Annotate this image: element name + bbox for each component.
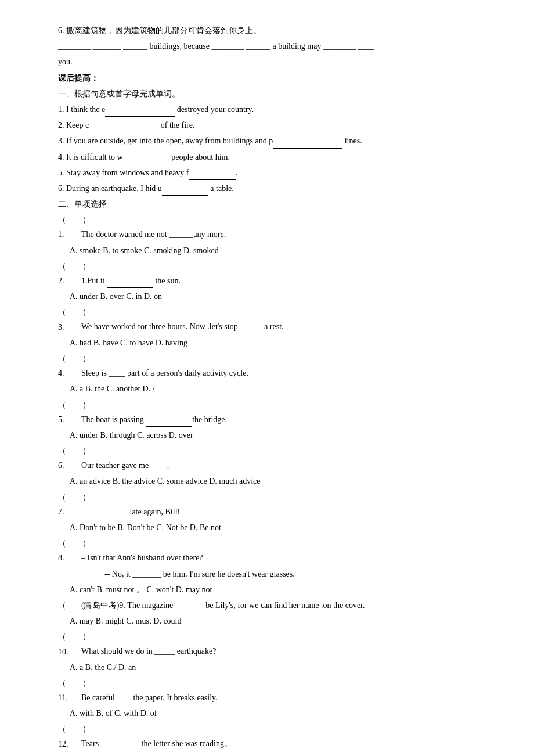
paren-10: （ ）10. bbox=[58, 629, 81, 658]
blank-f bbox=[189, 171, 236, 180]
paren-5: （ ）5. bbox=[58, 398, 81, 427]
choices-4: A. a B. the C. another D. / bbox=[70, 381, 488, 396]
choices-1: A. smoke B. to smoke C. smoking D. smoke… bbox=[70, 243, 488, 258]
choices-12: A. fall on B. fall in C. fell in D. fell… bbox=[70, 753, 488, 756]
question-10: （ ）10.What should we do in _____ earthqu… bbox=[58, 629, 488, 675]
question-1: （ ）1.The doctor warned me not ______any … bbox=[58, 213, 488, 258]
choices-5: A. under B. through C. across D. over bbox=[70, 428, 488, 442]
blank-e bbox=[105, 107, 175, 117]
choices-9: A. may B. might C. must D. could bbox=[70, 614, 488, 628]
part1-q1: 1. I think the e destroyed your country. bbox=[58, 102, 488, 117]
blank-c bbox=[89, 123, 158, 132]
choices-10: A. a B. the C./ D. an bbox=[70, 660, 488, 675]
blank1: ________ bbox=[58, 42, 91, 51]
paren-1: （ ）1. bbox=[58, 213, 81, 242]
blank4: ________ bbox=[211, 42, 244, 51]
paren-9: （ ） bbox=[58, 598, 81, 613]
blank-u bbox=[162, 186, 208, 196]
question-2: （ ）2.1.Put it the sun. A. under B. over … bbox=[58, 259, 488, 304]
blank2: _______ bbox=[93, 42, 121, 51]
part1-q3: 3. If you are outside, get into the open… bbox=[58, 134, 488, 148]
paren-4: （ ）4. bbox=[58, 351, 81, 380]
paren-6: （ ）6. bbox=[58, 444, 81, 473]
choices-7: A. Don't to be B. Don't be C. Not be D. … bbox=[70, 520, 488, 535]
choices-3: A. had B. have C. to have D. having bbox=[70, 336, 488, 350]
blank-p bbox=[273, 139, 342, 149]
question-11: （ ）11.Be careful____ the paper. It break… bbox=[58, 676, 488, 721]
part1-q6: 6. During an earthquake, I hid u a table… bbox=[58, 181, 488, 196]
part2-title: 二、单项选择 bbox=[58, 197, 488, 211]
blank3: ______ bbox=[123, 42, 147, 51]
question-9: （ ）(青岛中考)9. The magazine _______ be Lily… bbox=[58, 598, 488, 628]
part1-q5: 5. Stay away from windows and heavy f. bbox=[58, 165, 488, 180]
question-8: （ ）8.– Isn't that Ann's husband over the… bbox=[58, 536, 488, 597]
paren-7: （ ）7. bbox=[58, 490, 81, 519]
q6-blank-line: ________ _______ ______ buildings, becau… bbox=[58, 39, 488, 53]
paren-8: （ ）8. bbox=[58, 536, 81, 565]
question-5: （ ）5.The boat is passing the bridge. A. … bbox=[58, 398, 488, 443]
question-12: （ ）12.Tears __________the letter she was… bbox=[58, 722, 488, 756]
part1-q2: 2. Keep c of the fire. bbox=[58, 118, 488, 132]
choices-2: A. under B. over C. in D. on bbox=[70, 289, 488, 304]
part1-title: 一、根据句意或首字母完成单词。 bbox=[58, 87, 488, 101]
choices-6: A. an advice B. the advice C. some advic… bbox=[70, 474, 488, 488]
paren-12: （ ）12. bbox=[58, 722, 81, 751]
choices-8: A. can't B. must not 。 C. won't D. may n… bbox=[70, 582, 488, 597]
q6-you: you. bbox=[58, 55, 488, 69]
question-3: （ ）3.We have worked for three hours. Now… bbox=[58, 305, 488, 350]
paren-11: （ ）11. bbox=[58, 676, 81, 705]
part1-q4: 4. It is difficult to w people about him… bbox=[58, 150, 488, 164]
blank5: ______ bbox=[246, 42, 270, 51]
paren-2: （ ）2. bbox=[58, 259, 81, 288]
blank7: ____ bbox=[358, 42, 374, 51]
question-4: （ ）4.Sleep is ____ part of a person's da… bbox=[58, 351, 488, 397]
section-title: 课后提高： bbox=[58, 71, 488, 85]
blank-w bbox=[123, 155, 169, 164]
choices-11: A. with B. of C. with D. of bbox=[70, 706, 488, 721]
q6-header: 6. 搬离建筑物，因为建筑物的几部分可肯会落到你身上。 bbox=[58, 23, 488, 38]
paren-3: （ ）3. bbox=[58, 305, 81, 334]
question-7: （ ）7. late again, Bill! A. Don't to be B… bbox=[58, 490, 488, 535]
worksheet-container: 6. 搬离建筑物，因为建筑物的几部分可肯会落到你身上。 ________ ___… bbox=[58, 23, 488, 756]
blank6: ________ bbox=[323, 42, 356, 51]
question-6: （ ）6.Our teacher gave me ____. A. an adv… bbox=[58, 444, 488, 489]
